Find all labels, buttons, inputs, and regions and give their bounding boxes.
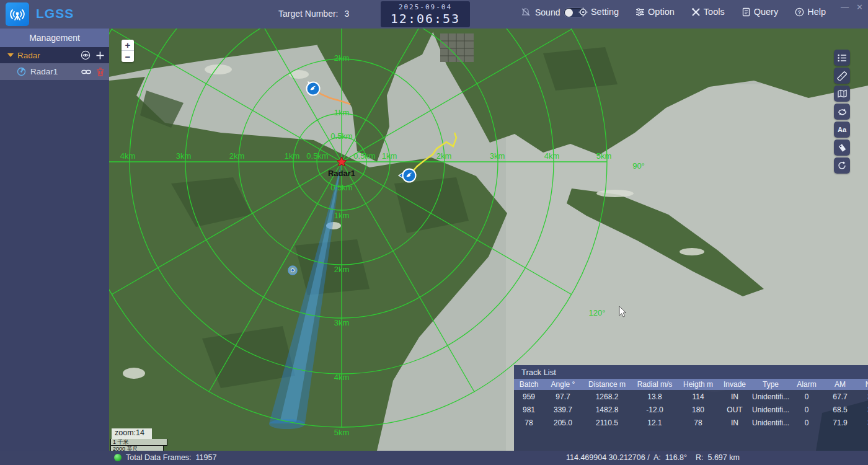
zoom-out-button[interactable]: − — [122, 51, 134, 62]
connection-status-icon — [114, 454, 122, 461]
track-cell: 38.3 — [857, 416, 868, 429]
svg-text:?: ? — [798, 9, 801, 15]
close-button[interactable]: ✕ — [856, 2, 863, 12]
zoom-in-button[interactable]: + — [122, 40, 134, 51]
radar-antenna-icon — [9, 6, 25, 22]
visibility-icon[interactable] — [81, 50, 91, 60]
scalebar-imperial: 2000 英尺 — [110, 446, 164, 451]
list-tool-button[interactable] — [834, 50, 850, 66]
track-table-body: 95997.71268.213.8114INUnidentifi...067.7… — [514, 390, 868, 429]
map-layers-button[interactable] — [834, 86, 850, 102]
angle-label-120: 120° — [589, 308, 606, 317]
track-cell: 13.8 — [632, 390, 678, 403]
refresh-tool-button[interactable] — [834, 157, 850, 174]
target-marker-3[interactable] — [288, 266, 297, 275]
svg-text:2km: 2km — [334, 53, 350, 63]
column-header: Noise — [857, 379, 868, 390]
total-data-frames: Total Data Frames: 11957 — [126, 453, 216, 462]
date-text: 2025-09-04 — [381, 3, 470, 11]
range-label: R: — [696, 453, 704, 462]
column-header: AM — [823, 379, 857, 390]
track-table-header: BatchAngle °Distance mRadial m/sHeigth m… — [514, 379, 868, 390]
svg-text:1km: 1km — [382, 151, 397, 161]
menu-query-label: Query — [754, 7, 779, 17]
column-header: Radial m/s — [632, 379, 678, 390]
track-cell: IN — [719, 416, 751, 429]
sidebar: Management Radar Radar1 — [0, 29, 109, 451]
svg-text:0.5km: 0.5km — [330, 183, 352, 192]
svg-text:0.5km: 0.5km — [306, 151, 328, 161]
column-header: Heigth m — [678, 379, 719, 390]
track-cell: 68.5 — [823, 403, 857, 416]
svg-text:1km: 1km — [285, 151, 300, 161]
menu-option[interactable]: Option — [636, 7, 675, 17]
map-canvas[interactable]: 4km 3km 2km 1km 0.5km 0.5km 1km 2km 3km … — [109, 29, 868, 451]
menu-query[interactable]: Query — [742, 7, 779, 17]
link-icon[interactable] — [81, 68, 91, 76]
sound-label: Sound — [535, 7, 560, 17]
track-cell: 0 — [790, 390, 823, 403]
menu-help-label: Help — [807, 7, 826, 17]
map-toolbar: Aa — [834, 50, 850, 174]
track-cell: 205.0 — [544, 416, 582, 429]
bell-muted-icon — [521, 7, 531, 17]
add-icon[interactable] — [96, 51, 104, 60]
target-number-value: 3 — [344, 9, 349, 19]
track-list-titlebar: Track List ✕ — [514, 365, 868, 379]
sidebar-item-radar-group[interactable]: Radar — [0, 47, 109, 63]
top-menu: Setting Option Tools Query — [578, 7, 826, 17]
radar-site-label: Radar1 — [328, 169, 355, 178]
track-row[interactable]: 78205.02110.512.178INUnidentifi...071.93… — [514, 416, 868, 429]
track-cell: 981 — [514, 403, 544, 416]
frames-label: Total Data Frames: — [126, 453, 192, 462]
text-label-button[interactable]: Aa — [834, 122, 850, 138]
sound-control: Sound — [521, 7, 584, 17]
column-header: Alarm — [790, 379, 823, 390]
app-logo — [6, 2, 29, 26]
tag-tool-button[interactable] — [834, 140, 850, 156]
sidebar-item-radar1[interactable]: Radar1 — [0, 63, 109, 80]
datetime-display: 2025-09-04 12:06:53 — [381, 1, 470, 27]
svg-text:2km: 2km — [334, 265, 350, 274]
svg-text:4km: 4km — [544, 151, 560, 161]
window-controls: — ✕ — [841, 2, 863, 12]
track-cell: 39.0 — [857, 390, 868, 403]
track-cell: 97.7 — [544, 390, 582, 403]
minimize-button[interactable]: — — [841, 2, 849, 12]
sync-tool-button[interactable] — [834, 104, 850, 120]
gear-icon — [578, 7, 588, 17]
frames-value: 11957 — [196, 453, 217, 462]
radar-device-icon — [17, 67, 26, 76]
track-cell: 180 — [678, 403, 719, 416]
track-cell: 78 — [514, 416, 544, 429]
track-cell: 1268.2 — [582, 390, 632, 403]
svg-text:1km: 1km — [334, 211, 350, 220]
caret-down-icon[interactable] — [7, 53, 14, 57]
tools-icon — [691, 7, 701, 17]
target-marker-1[interactable] — [307, 82, 320, 95]
measure-tool-button[interactable] — [834, 68, 850, 84]
menu-tools[interactable]: Tools — [691, 7, 725, 17]
time-text: 12:06:53 — [381, 11, 470, 26]
menu-option-label: Option — [648, 7, 675, 17]
track-cell: 67.7 — [823, 390, 857, 403]
svg-text:4km: 4km — [120, 151, 136, 161]
help-icon: ? — [795, 7, 804, 17]
track-cell: IN — [719, 390, 751, 403]
track-row[interactable]: 95997.71268.213.8114INUnidentifi...067.7… — [514, 390, 868, 403]
menu-help[interactable]: ? Help — [795, 7, 826, 17]
track-list-title: Track List — [521, 368, 556, 377]
svg-text:5km: 5km — [596, 151, 612, 161]
svg-text:3km: 3km — [490, 151, 505, 161]
menu-setting[interactable]: Setting — [578, 7, 619, 17]
track-cell: 959 — [514, 390, 544, 403]
column-header: Type — [751, 379, 790, 390]
delete-icon[interactable] — [97, 68, 104, 76]
track-cell: 71.9 — [823, 416, 857, 429]
azimuth-value: 116.8° — [665, 453, 687, 462]
sidebar-header: Management — [0, 29, 109, 47]
angle-label-90: 90° — [632, 161, 645, 170]
track-row[interactable]: 981339.71482.8-12.0180OUTUnidentifi...06… — [514, 403, 868, 416]
track-cell: 339.7 — [544, 403, 582, 416]
status-bar: Total Data Frames: 11957 114.469904 30.2… — [0, 451, 868, 465]
